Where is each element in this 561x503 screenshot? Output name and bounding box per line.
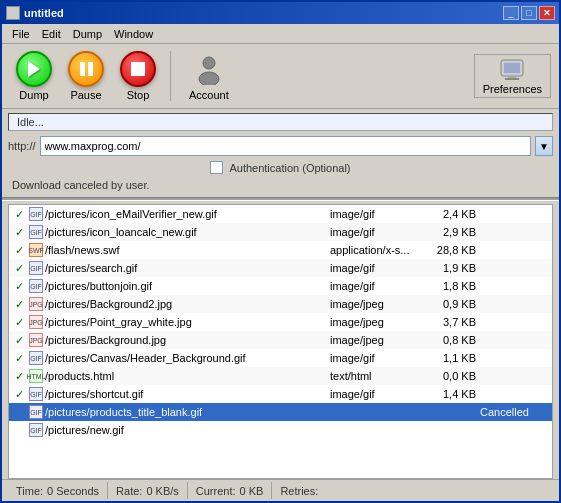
table-row[interactable]: ✓ JPG /pictures/Point_gray_white.jpg ima… xyxy=(9,313,552,331)
svg-rect-3 xyxy=(504,63,520,73)
file-name: /pictures/shortcut.gif xyxy=(45,388,330,400)
svg-point-1 xyxy=(199,72,219,85)
minimize-button[interactable]: _ xyxy=(503,6,519,20)
title-bar-left: untitled xyxy=(6,6,64,20)
table-row[interactable]: ✓ SWF /flash/news.swf application/x-s...… xyxy=(9,241,552,259)
menu-bar: File Edit Dump Window xyxy=(2,24,559,44)
svg-rect-4 xyxy=(508,75,516,78)
file-mime: application/x-s... xyxy=(330,244,430,256)
icon-col: GIF xyxy=(27,225,45,239)
file-name: /pictures/icon_loancalc_new.gif xyxy=(45,226,330,238)
menu-window[interactable]: Window xyxy=(108,26,159,42)
auth-label: Authentication (Optional) xyxy=(229,162,350,174)
table-row[interactable]: ✓ JPG /pictures/Background.jpg image/jpe… xyxy=(9,331,552,349)
file-name: /products.html xyxy=(45,370,330,382)
account-icon xyxy=(191,51,227,87)
file-type-icon: GIF xyxy=(29,207,43,221)
file-mime: image/gif xyxy=(330,226,430,238)
cancel-message: Download canceled by user. xyxy=(2,176,559,194)
url-input[interactable] xyxy=(40,136,531,156)
menu-edit[interactable]: Edit xyxy=(36,26,67,42)
auth-row: Authentication (Optional) xyxy=(2,159,559,176)
file-type-icon: HTML xyxy=(29,369,43,383)
table-row[interactable]: GIF /pictures/new.gif xyxy=(9,421,552,439)
file-size: 2,4 KB xyxy=(430,208,480,220)
current-value: 0 KB xyxy=(240,485,264,497)
table-row[interactable]: ✓ GIF /pictures/buttonjoin.gif image/gif… xyxy=(9,277,552,295)
table-row[interactable]: ✓ GIF /pictures/icon_loancalc_new.gif im… xyxy=(9,223,552,241)
check-col: ✓ xyxy=(11,316,27,329)
table-row[interactable]: ✓ GIF /pictures/icon_eMailVerifier_new.g… xyxy=(9,205,552,223)
check-col: ✓ xyxy=(11,280,27,293)
preferences-icon xyxy=(498,57,526,81)
table-row[interactable]: ✓ JPG /pictures/Background2.jpg image/jp… xyxy=(9,295,552,313)
account-button[interactable]: Account xyxy=(179,49,239,103)
file-name: /flash/news.swf xyxy=(45,244,330,256)
file-size: 0,0 KB xyxy=(430,370,480,382)
check-col: ✓ xyxy=(11,244,27,257)
url-dropdown-button[interactable]: ▼ xyxy=(535,136,553,156)
file-type-icon: GIF xyxy=(29,279,43,293)
pause-bars xyxy=(80,62,93,76)
icon-col: GIF xyxy=(27,279,45,293)
table-row[interactable]: ✓ HTML /products.html text/html 0,0 KB xyxy=(9,367,552,385)
current-item: Current: 0 KB xyxy=(188,482,273,499)
toolbar-separator-1 xyxy=(170,51,171,101)
pause-label: Pause xyxy=(70,89,101,101)
check-col: ✓ xyxy=(11,334,27,347)
file-name: /pictures/Canvas/Header_Background.gif xyxy=(45,352,330,364)
idle-status: Idle... xyxy=(8,113,553,131)
url-bar: http:// ▼ xyxy=(2,133,559,159)
account-label: Account xyxy=(189,89,229,101)
table-row[interactable]: ✓ GIF /pictures/shortcut.gif image/gif 1… xyxy=(9,385,552,403)
stop-label: Stop xyxy=(127,89,150,101)
file-mime: image/gif xyxy=(330,208,430,220)
icon-col: JPG xyxy=(27,333,45,347)
file-type-icon: GIF xyxy=(29,261,43,275)
file-mime: image/jpeg xyxy=(330,316,430,328)
table-row[interactable]: ✓ GIF /pictures/Canvas/Header_Background… xyxy=(9,349,552,367)
check-col: ✓ xyxy=(11,262,27,275)
pause-button[interactable]: Pause xyxy=(62,49,110,103)
close-button[interactable]: ✕ xyxy=(539,6,555,20)
retries-item: Retries: xyxy=(272,482,330,499)
person-svg xyxy=(193,53,225,85)
menu-file[interactable]: File xyxy=(6,26,36,42)
table-row[interactable]: ✓ GIF /pictures/search.gif image/gif 1,9… xyxy=(9,259,552,277)
file-mime: image/gif xyxy=(330,388,430,400)
file-name: /pictures/Background2.jpg xyxy=(45,298,330,310)
icon-col: SWF xyxy=(27,243,45,257)
icon-col: HTML xyxy=(27,369,45,383)
preferences-label: Preferences xyxy=(483,83,542,95)
svg-point-0 xyxy=(203,57,215,69)
time-item: Time: 0 Seconds xyxy=(8,482,108,499)
icon-col: GIF xyxy=(27,405,45,419)
table-row[interactable]: GIF /pictures/products_title_blank.gif C… xyxy=(9,403,552,421)
file-type-icon: GIF xyxy=(29,405,43,419)
file-mime: text/html xyxy=(330,370,430,382)
file-name: /pictures/search.gif xyxy=(45,262,330,274)
icon-col: JPG xyxy=(27,315,45,329)
bottom-bar: Time: 0 Seconds Rate: 0 KB/s Current: 0 … xyxy=(2,479,559,501)
stop-icon xyxy=(120,51,156,87)
file-mime: image/gif xyxy=(330,262,430,274)
dump-icon xyxy=(16,51,52,87)
dump-button[interactable]: Dump xyxy=(10,49,58,103)
file-type-icon: SWF xyxy=(29,243,43,257)
check-col: ✓ xyxy=(11,208,27,221)
menu-dump[interactable]: Dump xyxy=(67,26,108,42)
icon-col: GIF xyxy=(27,207,45,221)
preferences-button[interactable]: Preferences xyxy=(474,54,551,98)
stop-button[interactable]: Stop xyxy=(114,49,162,103)
file-type-icon: GIF xyxy=(29,351,43,365)
check-col: ✓ xyxy=(11,370,27,383)
play-icon xyxy=(28,61,40,77)
file-list[interactable]: ✓ GIF /pictures/icon_eMailVerifier_new.g… xyxy=(8,204,553,479)
check-col: ✓ xyxy=(11,226,27,239)
file-size: 1,4 KB xyxy=(430,388,480,400)
maximize-button[interactable]: □ xyxy=(521,6,537,20)
file-type-icon: JPG xyxy=(29,315,43,329)
icon-col: GIF xyxy=(27,423,45,437)
auth-checkbox[interactable] xyxy=(210,161,223,174)
current-label: Current: xyxy=(196,485,236,497)
